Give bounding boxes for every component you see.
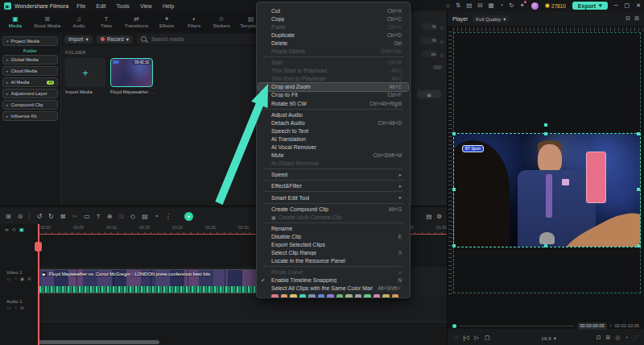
menu-tools[interactable]: Tools xyxy=(117,3,130,9)
tab-media[interactable]: ▣Media xyxy=(6,15,24,28)
color-mark-swatch[interactable] xyxy=(327,294,334,298)
delete-icon[interactable]: ⊠ xyxy=(60,213,66,220)
menu-item-ai-vocal-remover[interactable]: AI Vocal Remover xyxy=(257,143,410,152)
record-button[interactable]: Record ▾ xyxy=(97,35,133,44)
media-view-icon[interactable]: ⊞ xyxy=(6,213,11,220)
link-icon[interactable]: ∞ xyxy=(5,227,9,232)
track-manager-icon[interactable]: ▤ xyxy=(426,213,431,220)
menu-item-smart-edit-tool[interactable]: Smart Edit Tool▸ xyxy=(257,193,410,202)
menu-item-select-all-clips-with-the-same-color-mark[interactable]: Select All Clips with the Same Color Mar… xyxy=(257,285,410,293)
selection-handle[interactable] xyxy=(452,244,456,247)
color-mark-swatch[interactable] xyxy=(271,294,279,298)
scrubber-handle[interactable] xyxy=(452,324,456,328)
speed-icon[interactable]: ◔ xyxy=(155,213,159,220)
sidebar-item-global-media[interactable]: ▸Global Media xyxy=(2,55,58,64)
color-mark-swatch[interactable] xyxy=(382,294,390,298)
crop-icon[interactable]: ▭ xyxy=(84,213,90,220)
selection-handle[interactable] xyxy=(637,132,640,135)
split-icon[interactable]: ✂ xyxy=(72,213,78,220)
menu-help[interactable]: Help xyxy=(163,3,174,9)
menu-item-enable-timeline-snapping[interactable]: Enable Timeline Snapping✓N xyxy=(257,276,410,285)
save-icon[interactable]: ▦ xyxy=(489,0,494,11)
menu-file[interactable]: File xyxy=(76,3,85,9)
color-mark-swatch[interactable] xyxy=(355,294,362,298)
coins-badge[interactable]: 27810 xyxy=(545,3,566,9)
sidebar-item-cloud-media[interactable]: ▸Cloud Media xyxy=(2,66,58,76)
color-mark-swatch[interactable] xyxy=(345,294,353,298)
selection-handle[interactable] xyxy=(452,132,456,135)
menu-item-rotate-90-cw[interactable]: Rotate 90 CWCtrl+Alt+Right xyxy=(257,99,410,107)
menu-item-cut[interactable]: CutCtrl+X xyxy=(257,6,410,15)
clip-thumbnail[interactable]: 00:42:10 xyxy=(110,58,153,87)
split-view-icon[interactable]: ⊟ xyxy=(625,15,630,22)
color-mark-swatch[interactable] xyxy=(336,294,344,298)
menu-edit[interactable]: Edit xyxy=(96,3,105,9)
menu-item-detach-audio[interactable]: Detach AudioCtrl+Alt+D xyxy=(257,118,410,127)
menu-item-export-selected-clips[interactable]: Export Selected Clips xyxy=(257,240,410,248)
reset-button[interactable]: ⊞ xyxy=(417,90,441,98)
value-field[interactable]: px xyxy=(422,51,437,57)
color-mark-swatch[interactable] xyxy=(308,294,316,298)
keyframe-record-icon[interactable]: ◇ xyxy=(12,227,16,233)
device-icon[interactable]: ⊟ xyxy=(477,0,482,11)
sidebar-header-project-media[interactable]: ▾ Project Media xyxy=(2,36,58,46)
scrubber-track[interactable] xyxy=(460,326,574,326)
stop-icon[interactable]: ▢ xyxy=(485,335,490,341)
selection-handle[interactable] xyxy=(637,188,640,191)
menu-item-disable-clip[interactable]: Disable ClipE xyxy=(257,232,410,240)
mute-track-icon[interactable]: ◔ xyxy=(14,276,17,281)
text-icon[interactable]: T xyxy=(97,213,101,220)
sidebar-item-compound-clip[interactable]: ▸Compound Clip xyxy=(2,100,58,110)
menu-item-mute[interactable]: MuteCtrl+Shift+M xyxy=(257,152,410,160)
video-frame[interactable]: BT Sport xyxy=(454,134,640,247)
history-icon[interactable]: ◔ xyxy=(500,0,504,11)
zoom-icon[interactable]: ⊕ xyxy=(107,213,113,220)
menu-item-effect-filter[interactable]: Effect&Filter▸ xyxy=(257,182,410,190)
mark-icon[interactable]: ◁ xyxy=(453,335,457,341)
play-icon[interactable]: ▷ xyxy=(475,335,479,341)
audio-track-lane[interactable] xyxy=(39,296,447,322)
value-field[interactable]: % xyxy=(422,23,437,30)
minimize-button[interactable]: ─ xyxy=(614,2,618,9)
sync-icon[interactable]: ↻ xyxy=(509,0,514,11)
playhead-pin[interactable] xyxy=(35,242,42,251)
tab-stickers[interactable]: ☺Stickers xyxy=(213,15,230,28)
color-mark-swatch[interactable] xyxy=(364,294,371,298)
menu-item-create-compound-clip[interactable]: Create Compound ClipAlt+G xyxy=(257,205,410,213)
fullscreen-icon[interactable]: ⊞ xyxy=(605,335,610,341)
tab-effects[interactable]: ✦Effects xyxy=(158,15,175,28)
hide-track-icon[interactable]: ▭ xyxy=(6,276,10,281)
detach-player-icon[interactable]: ⊞ xyxy=(634,15,639,22)
color-mark-swatch[interactable] xyxy=(290,294,297,298)
more-tools-icon[interactable]: ⋮ xyxy=(165,213,171,220)
export-button[interactable]: Export▾ xyxy=(572,2,608,10)
timeline-settings-icon[interactable]: ⚙ xyxy=(436,213,442,220)
lock-icon[interactable]: ⊘ xyxy=(27,276,31,281)
menu-item-speech-to-text[interactable]: Speech to Text xyxy=(257,127,410,135)
menu-item-crop-and-zoom[interactable]: Crop and ZoomAlt+C xyxy=(258,83,408,91)
mute-track-icon[interactable]: ◔ xyxy=(14,306,17,310)
tab-stock-media[interactable]: ⊞Stock Media xyxy=(34,15,60,28)
selection-handle[interactable] xyxy=(544,132,547,135)
undo-icon[interactable]: ↺ xyxy=(36,213,42,220)
selection-handle[interactable] xyxy=(544,123,547,127)
menu-item-duplicate[interactable]: DuplicateCtrl+D xyxy=(257,31,410,39)
quality-dropdown[interactable]: Full Quality▾ xyxy=(473,15,509,23)
sidebar-item-adjustment-layer[interactable]: ▸Adjustment Layer xyxy=(2,89,58,98)
menu-item-ai-translation[interactable]: AI Translation xyxy=(257,135,410,143)
hide-track-icon[interactable]: ▭ xyxy=(6,306,10,310)
maximize-button[interactable]: ▢ xyxy=(625,2,630,9)
tab-filters[interactable]: ◐Filters xyxy=(185,15,203,28)
prev-frame-icon[interactable]: |◁ xyxy=(463,335,469,341)
copy-icon[interactable]: ⊡ xyxy=(118,213,124,220)
keyframe-icon[interactable]: ◇ xyxy=(130,213,135,220)
keyframe-diamond-icon[interactable]: ◇ xyxy=(440,24,444,30)
close-button[interactable]: ✕ xyxy=(636,2,641,9)
snapshot-icon[interactable]: ⊡ xyxy=(597,335,601,341)
color-mark-swatch[interactable] xyxy=(392,294,399,298)
import-button[interactable]: Import ▾ xyxy=(64,35,93,44)
color-mark-swatch[interactable] xyxy=(281,294,288,298)
sidebar-item-ai-media[interactable]: ▸AI MediaAI xyxy=(2,77,58,87)
menu-view[interactable]: View xyxy=(140,3,152,9)
menu-item-rename[interactable]: Rename xyxy=(257,224,410,232)
